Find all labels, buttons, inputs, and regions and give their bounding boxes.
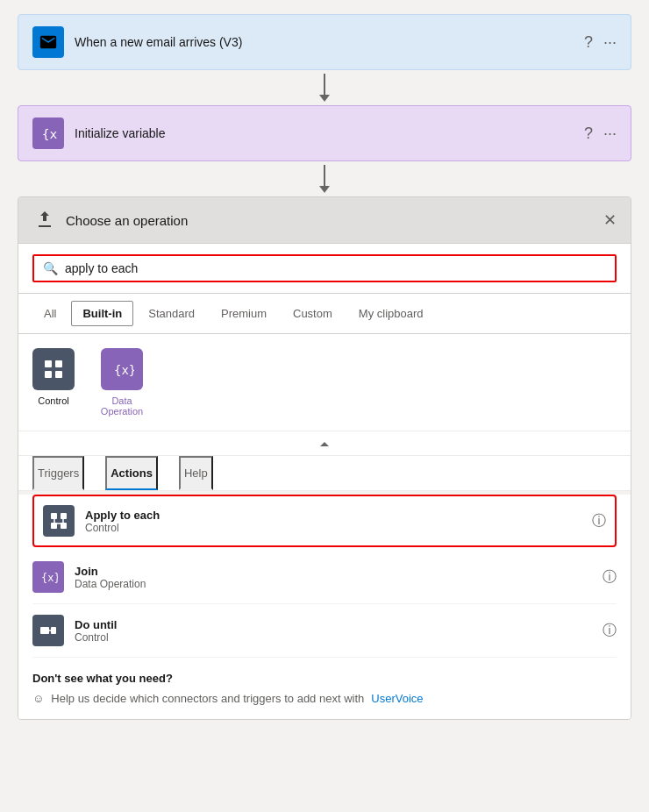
do-until-text: Do until Control <box>75 618 603 644</box>
smiley-icon: ☺ <box>32 692 44 705</box>
tab-clipboard[interactable]: My clipboard <box>347 301 435 326</box>
connector-dataop[interactable]: {x} Data Operation <box>96 348 148 417</box>
variable-step-title: Initialize variable <box>75 126 584 140</box>
svg-rect-3 <box>45 371 52 378</box>
join-name: Join <box>75 565 603 578</box>
svg-text:{x}: {x} <box>41 572 58 584</box>
variable-more-icon[interactable]: ··· <box>603 125 617 143</box>
search-box: 🔍 <box>32 254 617 282</box>
variable-step[interactable]: {x} Initialize variable ? ··· <box>18 105 631 161</box>
join-icon: {x} <box>32 561 64 593</box>
control-svg <box>41 357 66 381</box>
variable-step-actions: ? ··· <box>584 125 617 143</box>
action-apply-to-each[interactable]: Apply to each Control ⓘ <box>32 495 617 547</box>
tab-standard[interactable]: Standard <box>137 301 206 326</box>
email-step-icon <box>32 26 64 58</box>
join-info[interactable]: ⓘ <box>603 568 617 587</box>
dataop-label: Data Operation <box>96 395 148 417</box>
choose-operation-panel: Choose an operation ✕ 🔍 All Built-in Sta… <box>18 196 631 720</box>
subtab-triggers[interactable]: Triggers <box>32 456 84 490</box>
tab-all[interactable]: All <box>32 301 68 326</box>
apply-to-each-info[interactable]: ⓘ <box>592 512 606 531</box>
connectors-area: Control {x} Data Operation <box>18 334 631 431</box>
action-do-until[interactable]: Do until Control ⓘ <box>32 604 617 658</box>
apply-to-each-text: Apply to each Control <box>85 509 592 534</box>
apply-to-each-name: Apply to each <box>85 509 592 522</box>
control-icon <box>32 348 75 390</box>
join-text: Join Data Operation <box>75 565 603 590</box>
dont-see-section: Don't see what you need? ☺ Help us decid… <box>18 658 631 719</box>
collapse-bar[interactable] <box>18 431 631 456</box>
email-more-icon[interactable]: ··· <box>603 33 617 52</box>
email-help-icon[interactable]: ? <box>584 33 593 52</box>
svg-rect-6 <box>51 513 57 519</box>
email-step-title: When a new email arrives (V3) <box>75 35 584 49</box>
svg-rect-11 <box>40 627 49 634</box>
do-until-svg <box>39 621 58 640</box>
subtab-actions[interactable]: Actions <box>105 456 158 490</box>
apply-to-each-sub: Control <box>85 522 592 534</box>
variable-help-icon[interactable]: ? <box>584 125 593 143</box>
connectors-grid: Control {x} Data Operation <box>32 348 617 417</box>
variable-step-icon: {x} <box>32 118 64 149</box>
chevron-up-icon <box>317 437 332 451</box>
arrow-1 <box>18 70 631 105</box>
svg-rect-2 <box>55 360 62 367</box>
connector-control[interactable]: Control <box>32 348 75 417</box>
do-until-info[interactable]: ⓘ <box>603 622 617 640</box>
dataop-icon: {x} <box>101 348 143 390</box>
dont-see-title: Don't see what you need? <box>32 672 617 685</box>
do-until-name: Do until <box>75 618 603 631</box>
apply-to-each-icon <box>43 505 75 537</box>
search-input[interactable] <box>65 261 606 275</box>
join-sub: Data Operation <box>75 578 603 590</box>
do-until-sub: Control <box>75 631 603 644</box>
apply-each-svg <box>49 511 68 531</box>
svg-text:{x}: {x} <box>114 363 134 377</box>
join-svg: {x} <box>39 567 58 587</box>
svg-rect-12 <box>51 627 56 634</box>
email-step-actions: ? ··· <box>584 33 617 52</box>
dont-see-body: ☺ Help us decide which connectors and tr… <box>32 692 617 705</box>
svg-rect-1 <box>45 360 52 367</box>
uservoice-link[interactable]: UserVoice <box>371 692 423 705</box>
tab-builtin[interactable]: Built-in <box>71 301 133 326</box>
dont-see-text: Help us decide which connectors and trig… <box>51 692 364 705</box>
subtab-help[interactable]: Help <box>179 456 213 490</box>
do-until-icon <box>32 615 64 646</box>
sub-tabs: Triggers Actions Help <box>18 456 631 491</box>
tab-custom[interactable]: Custom <box>282 301 344 326</box>
control-label: Control <box>38 395 68 406</box>
svg-rect-7 <box>61 513 67 519</box>
svg-rect-4 <box>55 371 62 378</box>
close-button[interactable]: ✕ <box>603 210 617 230</box>
email-icon <box>39 32 58 52</box>
dataop-svg: {x} <box>110 357 134 381</box>
svg-text:{x}: {x} <box>42 126 58 141</box>
tab-premium[interactable]: Premium <box>210 301 278 326</box>
email-step[interactable]: When a new email arrives (V3) ? ··· <box>18 14 631 70</box>
action-list: Apply to each Control ⓘ {x} Join Data Op… <box>18 495 631 658</box>
download-icon <box>34 210 55 231</box>
action-join[interactable]: {x} Join Data Operation ⓘ <box>32 551 617 604</box>
choose-panel-title: Choose an operation <box>66 213 603 228</box>
filter-tabs: All Built-in Standard Premium Custom My … <box>18 294 631 334</box>
arrow-2 <box>18 161 631 196</box>
search-icon: 🔍 <box>43 261 58 275</box>
search-container: 🔍 <box>18 244 631 294</box>
variable-icon: {x} <box>39 124 58 143</box>
choose-panel-header: Choose an operation ✕ <box>18 197 631 244</box>
choose-panel-header-icon <box>32 208 57 232</box>
